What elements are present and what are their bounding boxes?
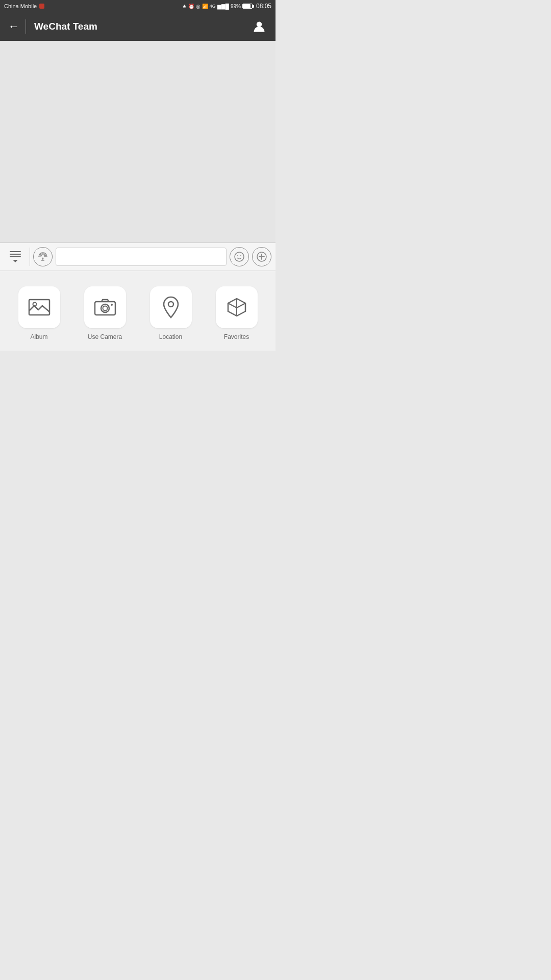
album-item[interactable]: Album [10, 286, 68, 340]
eye-icon: ◎ [196, 4, 201, 9]
menu-line-2 [10, 254, 21, 255]
header: ← WeChat Team [0, 12, 276, 41]
extras-grid: Album Use Camera [10, 286, 265, 340]
camera-label: Use Camera [88, 333, 122, 340]
chat-area [0, 41, 276, 242]
voice-icon [38, 252, 48, 262]
album-icon-box [18, 286, 60, 328]
location-icon [162, 296, 180, 318]
menu-line-1 [10, 251, 21, 252]
status-bar: China Mobile ★ ⏰ ◎ 📶 4G ▆▇█ 99% 08:05 [0, 0, 276, 12]
svg-point-4 [235, 252, 244, 261]
menu-line-3 [10, 256, 21, 257]
toolbar-divider [30, 248, 30, 266]
network-icon: 4G [210, 4, 216, 9]
status-icons: ★ ⏰ ◎ 📶 4G ▆▇█ 99% 08:05 [182, 3, 271, 10]
emoji-icon [234, 251, 245, 262]
signal-icon: ▆▇█ [217, 4, 229, 9]
voice-input-button[interactable] [33, 247, 53, 266]
battery-icon [242, 4, 253, 9]
favorites-label: Favorites [224, 333, 249, 340]
message-input[interactable] [56, 248, 227, 266]
camera-item[interactable]: Use Camera [76, 286, 134, 340]
more-options-button[interactable] [252, 247, 271, 266]
svg-point-15 [111, 304, 113, 306]
location-icon-box [150, 286, 192, 328]
camera-icon [94, 298, 116, 317]
favorites-icon-box [216, 286, 258, 328]
alarm-icon: ⏰ [188, 4, 194, 9]
svg-point-14 [103, 306, 107, 311]
input-toolbar [0, 242, 276, 271]
menu-arrow-icon [13, 260, 18, 262]
favorites-item[interactable]: Favorites [208, 286, 265, 340]
back-button[interactable]: ← [8, 20, 19, 33]
svg-point-1 [42, 258, 44, 259]
emoji-button[interactable] [230, 247, 249, 266]
menu-icon [10, 251, 21, 262]
plus-icon [256, 251, 267, 262]
battery-text: 99% [231, 4, 241, 9]
menu-toggle-button[interactable] [4, 246, 27, 268]
svg-point-6 [240, 255, 241, 256]
wifi-icon: 📶 [202, 4, 208, 9]
bluetooth-icon: ★ [182, 4, 187, 9]
menu-lines [10, 251, 21, 257]
time-text: 08:05 [256, 3, 271, 10]
svg-point-5 [237, 255, 238, 256]
camera-icon-box [84, 286, 126, 328]
favorites-icon [226, 297, 247, 318]
svg-point-0 [257, 21, 262, 27]
person-icon [252, 19, 266, 34]
profile-button[interactable] [251, 18, 267, 35]
carrier-icon [39, 4, 44, 9]
extras-panel: Album Use Camera [0, 271, 276, 351]
svg-point-16 [168, 302, 173, 307]
carrier-text: China Mobile [4, 3, 37, 9]
svg-point-13 [101, 304, 109, 312]
album-icon [28, 298, 51, 317]
header-divider [26, 19, 26, 34]
location-item[interactable]: Location [142, 286, 199, 340]
chat-title: WeChat Team [34, 21, 251, 32]
location-label: Location [159, 333, 182, 340]
status-carrier: China Mobile [4, 3, 44, 9]
album-label: Album [30, 333, 47, 340]
